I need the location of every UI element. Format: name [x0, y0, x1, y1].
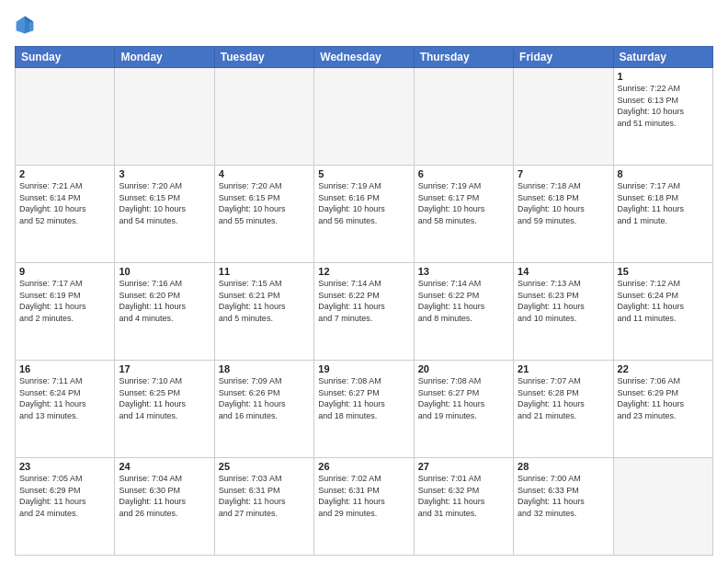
- table-row: [613, 458, 712, 556]
- day-number: 18: [219, 363, 310, 374]
- table-row: 13Sunrise: 7:14 AM Sunset: 6:22 PM Dayli…: [414, 263, 513, 361]
- table-row: 12Sunrise: 7:14 AM Sunset: 6:22 PM Dayli…: [314, 263, 414, 361]
- day-info: Sunrise: 7:12 AM Sunset: 6:24 PM Dayligh…: [618, 278, 709, 324]
- table-row: [314, 68, 414, 166]
- calendar-week-row: 1Sunrise: 7:22 AM Sunset: 6:13 PM Daylig…: [16, 68, 713, 166]
- logo-icon: [15, 15, 35, 35]
- day-info: Sunrise: 7:07 AM Sunset: 6:28 PM Dayligh…: [518, 375, 609, 421]
- table-row: 1Sunrise: 7:22 AM Sunset: 6:13 PM Daylig…: [613, 68, 712, 166]
- day-number: 13: [418, 266, 509, 277]
- day-number: 28: [518, 461, 609, 472]
- table-row: 20Sunrise: 7:08 AM Sunset: 6:27 PM Dayli…: [414, 361, 513, 458]
- calendar-header-row: Sunday Monday Tuesday Wednesday Thursday…: [16, 47, 713, 68]
- day-number: 4: [219, 168, 310, 179]
- table-row: [115, 68, 214, 166]
- table-row: 26Sunrise: 7:02 AM Sunset: 6:31 PM Dayli…: [314, 458, 414, 556]
- day-info: Sunrise: 7:08 AM Sunset: 6:27 PM Dayligh…: [418, 375, 509, 421]
- day-number: 11: [219, 266, 310, 277]
- day-info: Sunrise: 7:11 AM Sunset: 6:24 PM Dayligh…: [19, 375, 110, 421]
- col-sunday: Sunday: [16, 47, 115, 68]
- day-info: Sunrise: 7:16 AM Sunset: 6:20 PM Dayligh…: [119, 278, 210, 324]
- day-number: 5: [318, 168, 409, 179]
- table-row: 24Sunrise: 7:04 AM Sunset: 6:30 PM Dayli…: [115, 458, 214, 556]
- table-row: 17Sunrise: 7:10 AM Sunset: 6:25 PM Dayli…: [115, 361, 214, 458]
- table-row: 16Sunrise: 7:11 AM Sunset: 6:24 PM Dayli…: [16, 361, 115, 458]
- header: [15, 15, 713, 39]
- day-number: 8: [618, 168, 709, 179]
- table-row: 3Sunrise: 7:20 AM Sunset: 6:15 PM Daylig…: [115, 166, 214, 263]
- day-number: 22: [618, 363, 709, 374]
- day-number: 16: [19, 363, 110, 374]
- col-wednesday: Wednesday: [314, 47, 414, 68]
- table-row: 19Sunrise: 7:08 AM Sunset: 6:27 PM Dayli…: [314, 361, 414, 458]
- col-friday: Friday: [514, 47, 613, 68]
- day-info: Sunrise: 7:17 AM Sunset: 6:18 PM Dayligh…: [618, 180, 709, 226]
- day-number: 2: [19, 168, 110, 179]
- day-info: Sunrise: 7:08 AM Sunset: 6:27 PM Dayligh…: [318, 375, 409, 421]
- table-row: 11Sunrise: 7:15 AM Sunset: 6:21 PM Dayli…: [214, 263, 313, 361]
- day-info: Sunrise: 7:13 AM Sunset: 6:23 PM Dayligh…: [518, 278, 609, 324]
- day-number: 1: [618, 71, 709, 82]
- day-number: 20: [418, 363, 509, 374]
- day-number: 27: [418, 461, 509, 472]
- day-info: Sunrise: 7:09 AM Sunset: 6:26 PM Dayligh…: [219, 375, 310, 421]
- calendar-week-row: 16Sunrise: 7:11 AM Sunset: 6:24 PM Dayli…: [16, 361, 713, 458]
- day-info: Sunrise: 7:22 AM Sunset: 6:13 PM Dayligh…: [618, 83, 709, 129]
- day-number: 12: [318, 266, 409, 277]
- logo: [15, 15, 37, 39]
- day-info: Sunrise: 7:06 AM Sunset: 6:29 PM Dayligh…: [618, 375, 709, 421]
- day-info: Sunrise: 7:20 AM Sunset: 6:15 PM Dayligh…: [219, 180, 310, 226]
- table-row: 22Sunrise: 7:06 AM Sunset: 6:29 PM Dayli…: [613, 361, 712, 458]
- day-info: Sunrise: 7:01 AM Sunset: 6:32 PM Dayligh…: [418, 473, 509, 519]
- table-row: 5Sunrise: 7:19 AM Sunset: 6:16 PM Daylig…: [314, 166, 414, 263]
- day-info: Sunrise: 7:14 AM Sunset: 6:22 PM Dayligh…: [318, 278, 409, 324]
- day-info: Sunrise: 7:10 AM Sunset: 6:25 PM Dayligh…: [119, 375, 210, 421]
- day-number: 24: [119, 461, 210, 472]
- table-row: 14Sunrise: 7:13 AM Sunset: 6:23 PM Dayli…: [514, 263, 613, 361]
- table-row: [16, 68, 115, 166]
- day-number: 15: [618, 266, 709, 277]
- day-info: Sunrise: 7:20 AM Sunset: 6:15 PM Dayligh…: [119, 180, 210, 226]
- day-number: 23: [19, 461, 110, 472]
- page: Sunday Monday Tuesday Wednesday Thursday…: [0, 0, 728, 563]
- day-info: Sunrise: 7:02 AM Sunset: 6:31 PM Dayligh…: [318, 473, 409, 519]
- calendar-week-row: 2Sunrise: 7:21 AM Sunset: 6:14 PM Daylig…: [16, 166, 713, 263]
- day-number: 14: [518, 266, 609, 277]
- table-row: 2Sunrise: 7:21 AM Sunset: 6:14 PM Daylig…: [16, 166, 115, 263]
- table-row: [414, 68, 513, 166]
- day-number: 25: [219, 461, 310, 472]
- calendar-table: Sunday Monday Tuesday Wednesday Thursday…: [15, 46, 713, 556]
- table-row: 4Sunrise: 7:20 AM Sunset: 6:15 PM Daylig…: [214, 166, 313, 263]
- table-row: 28Sunrise: 7:00 AM Sunset: 6:33 PM Dayli…: [514, 458, 613, 556]
- day-number: 17: [119, 363, 210, 374]
- day-number: 10: [119, 266, 210, 277]
- table-row: 6Sunrise: 7:19 AM Sunset: 6:17 PM Daylig…: [414, 166, 513, 263]
- table-row: [214, 68, 313, 166]
- day-number: 6: [418, 168, 509, 179]
- table-row: 25Sunrise: 7:03 AM Sunset: 6:31 PM Dayli…: [214, 458, 313, 556]
- day-info: Sunrise: 7:21 AM Sunset: 6:14 PM Dayligh…: [19, 180, 110, 226]
- day-info: Sunrise: 7:15 AM Sunset: 6:21 PM Dayligh…: [219, 278, 310, 324]
- day-info: Sunrise: 7:03 AM Sunset: 6:31 PM Dayligh…: [219, 473, 310, 519]
- col-saturday: Saturday: [613, 47, 712, 68]
- day-info: Sunrise: 7:17 AM Sunset: 6:19 PM Dayligh…: [19, 278, 110, 324]
- day-info: Sunrise: 7:19 AM Sunset: 6:17 PM Dayligh…: [418, 180, 509, 226]
- day-number: 7: [518, 168, 609, 179]
- day-number: 9: [19, 266, 110, 277]
- calendar-week-row: 23Sunrise: 7:05 AM Sunset: 6:29 PM Dayli…: [16, 458, 713, 556]
- col-tuesday: Tuesday: [214, 47, 313, 68]
- day-number: 26: [318, 461, 409, 472]
- day-number: 21: [518, 363, 609, 374]
- table-row: 18Sunrise: 7:09 AM Sunset: 6:26 PM Dayli…: [214, 361, 313, 458]
- table-row: [514, 68, 613, 166]
- day-info: Sunrise: 7:00 AM Sunset: 6:33 PM Dayligh…: [518, 473, 609, 519]
- table-row: 23Sunrise: 7:05 AM Sunset: 6:29 PM Dayli…: [16, 458, 115, 556]
- col-monday: Monday: [115, 47, 214, 68]
- calendar-week-row: 9Sunrise: 7:17 AM Sunset: 6:19 PM Daylig…: [16, 263, 713, 361]
- table-row: 15Sunrise: 7:12 AM Sunset: 6:24 PM Dayli…: [613, 263, 712, 361]
- col-thursday: Thursday: [414, 47, 513, 68]
- day-info: Sunrise: 7:05 AM Sunset: 6:29 PM Dayligh…: [19, 473, 110, 519]
- day-info: Sunrise: 7:04 AM Sunset: 6:30 PM Dayligh…: [119, 473, 210, 519]
- day-info: Sunrise: 7:14 AM Sunset: 6:22 PM Dayligh…: [418, 278, 509, 324]
- table-row: 7Sunrise: 7:18 AM Sunset: 6:18 PM Daylig…: [514, 166, 613, 263]
